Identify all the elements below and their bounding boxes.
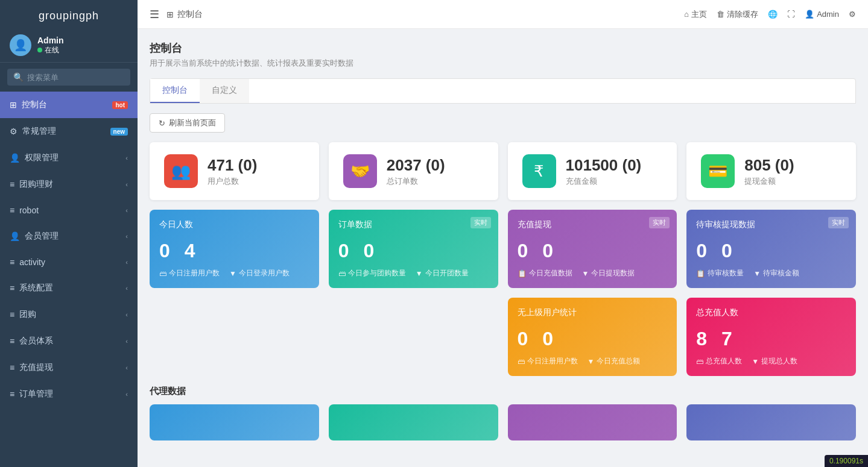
sidebar-item-sysconfig[interactable]: ≡ 系统配置 ‹ — [0, 275, 138, 301]
filter-icon: ▼ — [582, 269, 589, 278]
filter-icon: ▼ — [229, 269, 236, 278]
agent-block-4 — [686, 404, 856, 440]
stack-icon: 🗃 — [159, 269, 166, 278]
search-icon: 🔍 — [13, 72, 24, 82]
hamburger-icon[interactable]: ☰ — [150, 8, 159, 21]
breadcrumb-dashboard-icon: ⊞ — [166, 10, 174, 19]
stack-icon: 🗃 — [518, 357, 525, 366]
user-menu[interactable]: 👤 Admin — [805, 10, 839, 19]
stat-card-orders: 🤝 2037 (0) 总订单数 — [329, 142, 498, 200]
stack-icon: 🗃 — [338, 269, 346, 278]
block-num1: 0 — [696, 240, 707, 262]
users-icon: 👥 — [164, 154, 198, 188]
chevron-right-icon: ‹ — [125, 207, 128, 214]
sidebar-item-label: 订单管理 — [19, 389, 53, 400]
recharge-icon: ₹ — [522, 154, 556, 188]
general-icon: ⚙ — [10, 127, 17, 136]
block-label1: 🗃 今日注册用户数 — [518, 356, 578, 366]
sidebar-item-orders[interactable]: ≡ 订单管理 ‹ — [0, 381, 138, 407]
sidebar-item-label: 充值提现 — [19, 362, 53, 373]
block-num2: 0 — [721, 240, 732, 262]
translate-button[interactable]: 🌐 — [768, 10, 778, 19]
home-icon: ⌂ — [684, 10, 689, 19]
block-label1: 🗃 今日参与团购数量 — [338, 268, 406, 278]
sidebar-item-groupbuy-finance[interactable]: ≡ 团购理财 ‹ — [0, 171, 138, 198]
data-block-today-users: 今日人数 0 4 🗃 今日注册用户数 ▼ 今日登录用户数 — [150, 210, 319, 288]
block-title: 订单数据 — [338, 219, 489, 230]
sidebar-item-label: 会员管理 — [25, 231, 59, 242]
data-block-no-parent: 无上级用户统计 0 0 🗃 今日注册用户数 ▼ 今日充值总额 — [508, 298, 677, 376]
sidebar-item-label: 常规管理 — [22, 126, 56, 137]
sidebar: groupingph 👤 Admin 在线 🔍 ⊞ 控制台 hot ⚙ 常规管理 — [0, 0, 138, 467]
data-block-orders: 订单数据 实时 0 0 🗃 今日参与团购数量 ▼ 今日开团数量 — [329, 210, 498, 288]
robot-icon: ≡ — [10, 205, 14, 215]
sidebar-item-member[interactable]: 👤 会员管理 ‹ — [0, 223, 138, 249]
realtime-badge: 实时 — [828, 217, 849, 228]
topbar-actions: ⌂ 主页 🗑 清除缓存 🌐 ⛶ 👤 Admin ⚙ — [684, 9, 856, 20]
page-content: 控制台 用于展示当前系统中的统计数据、统计报表及重要实时数据 控制台 自定义 ↻… — [138, 29, 868, 467]
main-area: ☰ ⊞ 控制台 ⌂ 主页 🗑 清除缓存 🌐 ⛶ 👤 Admin — [138, 0, 868, 467]
home-button[interactable]: ⌂ 主页 — [684, 9, 707, 20]
fullscreen-icon: ⛶ — [787, 10, 795, 19]
sidebar-item-general[interactable]: ⚙ 常规管理 new — [0, 118, 138, 145]
activity-icon: ≡ — [10, 257, 14, 267]
block-label1: 🗃 总充值人数 — [696, 356, 742, 366]
agent-block-2 — [329, 404, 498, 440]
block-num1: 0 — [518, 240, 528, 262]
sidebar-item-dashboard[interactable]: ⊞ 控制台 hot — [0, 92, 138, 118]
agent-block-3 — [508, 404, 677, 440]
sidebar-item-robot[interactable]: ≡ robot ‹ — [0, 198, 138, 223]
sidebar-item-label: activity — [19, 257, 45, 267]
avatar: 👤 — [10, 34, 31, 56]
block-num2: 4 — [185, 240, 195, 262]
block-num2: 0 — [542, 328, 553, 350]
sidebar-item-activity[interactable]: ≡ activity ‹ — [0, 249, 138, 275]
users-label: 用户总数 — [207, 176, 257, 187]
refresh-button[interactable]: ↻ 刷新当前页面 — [150, 113, 225, 133]
page-title: 控制台 — [150, 41, 856, 55]
sidebar-item-label: robot — [19, 205, 39, 215]
tuangou-icon: ≡ — [10, 310, 14, 319]
stat-cards-row: 👥 471 (0) 用户总数 🤝 2037 (0) 总订单数 ₹ 101500 … — [150, 142, 856, 200]
chevron-right-icon: ‹ — [125, 390, 128, 398]
stat-card-recharge: ₹ 101500 (0) 充值金额 — [508, 142, 677, 200]
user-info: Admin 在线 — [37, 36, 64, 55]
pending-icon: 📋 — [696, 269, 705, 278]
filter-icon: ▼ — [752, 357, 759, 366]
orders-icon: ≡ — [10, 389, 14, 399]
hot-badge: hot — [112, 101, 128, 109]
withdraw-value: 805 (0) — [744, 156, 794, 175]
user-profile: 👤 Admin 在线 — [0, 30, 138, 63]
fullscreen-button[interactable]: ⛶ — [787, 10, 795, 19]
block-label2: ▼ 待审核金额 — [753, 268, 799, 278]
sidebar-item-label: 权限管理 — [25, 152, 59, 163]
chevron-right-icon: ‹ — [125, 364, 128, 371]
sysconfig-icon: ≡ — [10, 283, 14, 293]
data-block-recharge: 充值提现 实时 0 0 📋 今日充值数据 ▼ 今日提现数据 — [508, 210, 677, 288]
search-input[interactable] — [27, 73, 128, 82]
filter-icon: ▼ — [416, 269, 423, 278]
recharge-icon: ≡ — [10, 363, 14, 372]
tab-custom[interactable]: 自定义 — [200, 79, 249, 103]
sidebar-item-permission[interactable]: 👤 权限管理 ‹ — [0, 145, 138, 171]
block-title: 今日人数 — [159, 219, 309, 230]
chevron-right-icon: ‹ — [125, 284, 128, 292]
sidebar-item-tuangou[interactable]: ≡ 团购 ‹ — [0, 301, 138, 328]
sidebar-menu: ⊞ 控制台 hot ⚙ 常规管理 new 👤 权限管理 ‹ ≡ 团购理财 ‹ — [0, 92, 138, 467]
stack-icon: 🗃 — [696, 357, 703, 366]
sidebar-item-member-system[interactable]: ≡ 会员体系 ‹ — [0, 328, 138, 354]
filter-icon: ▼ — [588, 357, 595, 366]
agent-block-1 — [150, 404, 319, 440]
sidebar-item-recharge[interactable]: ≡ 充值提现 ‹ — [0, 354, 138, 381]
new-badge: new — [110, 128, 128, 136]
permission-icon: 👤 — [10, 153, 20, 163]
breadcrumb-label: 控制台 — [177, 9, 203, 20]
data-block-total-recharge: 总充值人数 8 7 🗃 总充值人数 ▼ 提现总人数 — [686, 298, 856, 376]
clear-cache-button[interactable]: 🗑 清除缓存 — [717, 9, 758, 20]
refresh-icon: ↻ — [159, 119, 165, 128]
search-box[interactable]: 🔍 — [7, 69, 130, 86]
orders-icon: 🤝 — [343, 154, 377, 188]
tab-dashboard[interactable]: 控制台 — [150, 79, 200, 103]
recharge-value: 101500 (0) — [566, 156, 642, 175]
gear-settings[interactable]: ⚙ — [849, 10, 856, 19]
